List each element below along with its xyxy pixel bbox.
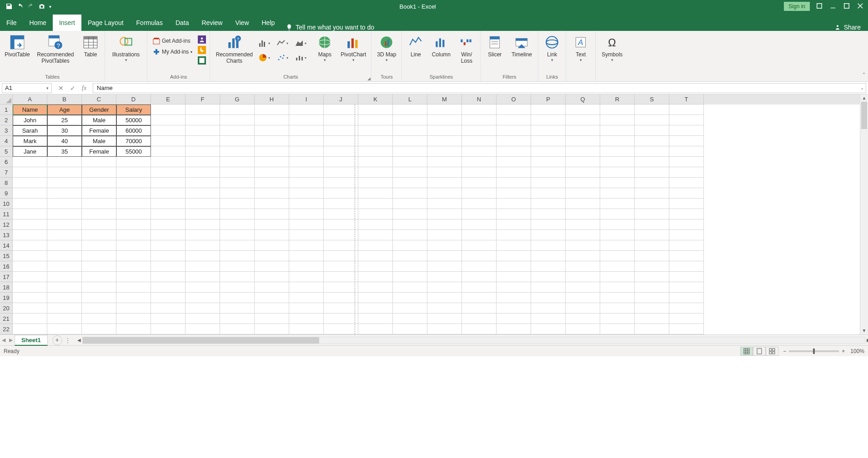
maximize-icon[interactable] [843, 2, 851, 11]
cell-N7[interactable] [462, 167, 497, 178]
cell-P1[interactable] [531, 105, 566, 115]
hscroll-thumb[interactable] [83, 337, 319, 344]
cell-F3[interactable] [186, 125, 220, 136]
cell-R5[interactable] [600, 146, 635, 157]
cell-M11[interactable] [427, 209, 462, 219]
cell-J6[interactable] [324, 157, 358, 167]
cell-T15[interactable] [669, 251, 704, 261]
cell-R16[interactable] [600, 261, 635, 272]
cell-T20[interactable] [669, 303, 704, 314]
horizontal-scrollbar[interactable]: ◀ ▶ [82, 337, 865, 344]
cell-M9[interactable] [427, 188, 462, 199]
cell-K3[interactable] [358, 125, 393, 136]
cell-H22[interactable] [255, 324, 289, 334]
cell-D17[interactable] [116, 272, 151, 282]
cell-L4[interactable] [393, 136, 427, 146]
cell-D5[interactable]: 55000 [116, 146, 151, 157]
cell-J9[interactable] [324, 188, 358, 199]
cell-B16[interactable] [47, 261, 82, 272]
cell-P2[interactable] [531, 115, 566, 125]
cell-K18[interactable] [358, 282, 393, 293]
cell-O15[interactable] [497, 251, 531, 261]
cell-H20[interactable] [255, 303, 289, 314]
sparkline-winloss-button[interactable]: Win/ Loss [457, 33, 477, 64]
cell-G13[interactable] [220, 230, 255, 240]
cell-A12[interactable] [13, 219, 47, 230]
cell-E2[interactable] [151, 115, 186, 125]
cell-T6[interactable] [669, 157, 704, 167]
cell-G11[interactable] [220, 209, 255, 219]
cell-M6[interactable] [427, 157, 462, 167]
tab-page-layout[interactable]: Page Layout [81, 15, 130, 31]
cell-Q7[interactable] [566, 167, 600, 178]
cell-E17[interactable] [151, 272, 186, 282]
cell-M1[interactable] [427, 105, 462, 115]
formula-input[interactable]: Name ⌄ [93, 83, 866, 93]
cell-R1[interactable] [600, 105, 635, 115]
cell-G16[interactable] [220, 261, 255, 272]
cell-F17[interactable] [186, 272, 220, 282]
cell-R4[interactable] [600, 136, 635, 146]
cell-G3[interactable] [220, 125, 255, 136]
cell-E11[interactable] [151, 209, 186, 219]
cell-G22[interactable] [220, 324, 255, 334]
sheet-nav-next-icon[interactable]: ▶ [7, 337, 15, 343]
cell-I9[interactable] [289, 188, 324, 199]
cell-B18[interactable] [47, 282, 82, 293]
ribbon-display-icon[interactable] [815, 2, 823, 11]
cell-H16[interactable] [255, 261, 289, 272]
cell-F2[interactable] [186, 115, 220, 125]
cell-T14[interactable] [669, 240, 704, 251]
cell-L10[interactable] [393, 199, 427, 209]
column-header-F[interactable]: F [186, 95, 220, 105]
cell-P10[interactable] [531, 199, 566, 209]
cell-K1[interactable] [358, 105, 393, 115]
cell-H14[interactable] [255, 240, 289, 251]
cell-A22[interactable] [13, 324, 47, 334]
cell-L12[interactable] [393, 219, 427, 230]
cell-S13[interactable] [635, 230, 669, 240]
row-header-10[interactable]: 10 [0, 199, 13, 209]
cell-M7[interactable] [427, 167, 462, 178]
cell-C3[interactable]: Female [82, 125, 116, 136]
column-header-D[interactable]: D [116, 95, 151, 105]
scatter-chart-button[interactable]: ▾ [276, 51, 292, 65]
cell-K7[interactable] [358, 167, 393, 178]
cell-F4[interactable] [186, 136, 220, 146]
cell-R21[interactable] [600, 314, 635, 324]
cell-M17[interactable] [427, 272, 462, 282]
cell-K8[interactable] [358, 178, 393, 188]
column-header-E[interactable]: E [151, 95, 186, 105]
cell-S7[interactable] [635, 167, 669, 178]
cell-D15[interactable] [116, 251, 151, 261]
3d-map-button[interactable]: 3D Map ▾ [375, 33, 398, 62]
row-header-7[interactable]: 7 [0, 167, 13, 178]
cell-K20[interactable] [358, 303, 393, 314]
cell-Q2[interactable] [566, 115, 600, 125]
row-header-18[interactable]: 18 [0, 282, 13, 293]
text-button[interactable]: A Text ▾ [570, 33, 592, 62]
cell-K13[interactable] [358, 230, 393, 240]
new-sheet-button[interactable]: + [52, 335, 62, 345]
name-box-dropdown-icon[interactable]: ▾ [46, 86, 49, 90]
tab-home[interactable]: Home [23, 15, 53, 31]
cell-L1[interactable] [393, 105, 427, 115]
cell-I11[interactable] [289, 209, 324, 219]
cell-C13[interactable] [82, 230, 116, 240]
tab-data[interactable]: Data [169, 15, 196, 31]
cell-M20[interactable] [427, 303, 462, 314]
cell-Q4[interactable] [566, 136, 600, 146]
cell-R10[interactable] [600, 199, 635, 209]
cell-C21[interactable] [82, 314, 116, 324]
cell-T13[interactable] [669, 230, 704, 240]
camera-icon[interactable] [38, 3, 45, 10]
cell-D9[interactable] [116, 188, 151, 199]
cell-O12[interactable] [497, 219, 531, 230]
cell-C12[interactable] [82, 219, 116, 230]
cell-I18[interactable] [289, 282, 324, 293]
cell-J2[interactable] [324, 115, 358, 125]
share-button[interactable]: Share [827, 24, 868, 31]
tell-me-search[interactable]: Tell me what you want to do [281, 24, 379, 31]
cell-K19[interactable] [358, 293, 393, 303]
cell-E13[interactable] [151, 230, 186, 240]
